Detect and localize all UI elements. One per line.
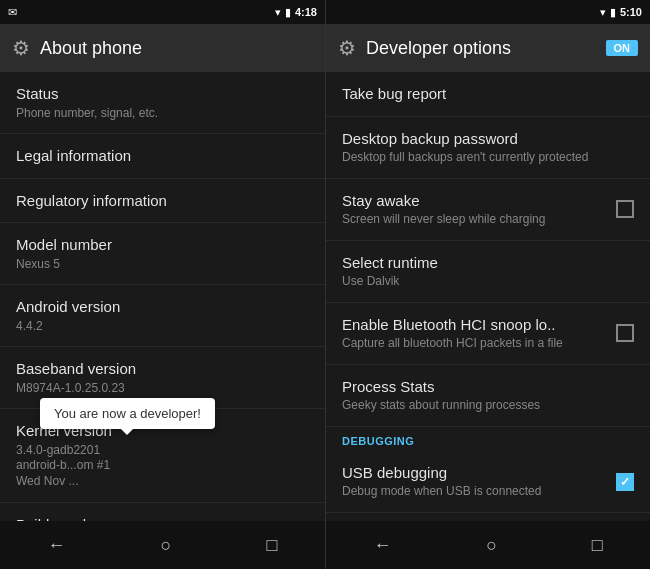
- stay-awake-checkbox[interactable]: [616, 200, 634, 218]
- list-item-android[interactable]: Android version 4.4.2: [0, 285, 325, 347]
- list-item-bug-report[interactable]: Take bug report: [326, 72, 650, 117]
- battery-icon-right: ▮: [610, 6, 616, 19]
- status-bar-right: ▾ ▮ 5:10: [326, 0, 650, 24]
- item-subtitle-model: Nexus 5: [16, 257, 309, 273]
- item-subtitle-baseband: M8974A-1.0.25.0.23: [16, 381, 309, 397]
- email-icon: ✉: [8, 6, 17, 19]
- developer-tooltip: You are now a developer!: [40, 398, 215, 429]
- item-subtitle-bluetooth-snoop: Capture all bluetooth HCI packets in a f…: [342, 336, 608, 352]
- on-toggle[interactable]: ON: [606, 40, 639, 56]
- item-title-baseband: Baseband version: [16, 359, 309, 379]
- item-title-status: Status: [16, 84, 309, 104]
- item-subtitle-backup-password: Desktop full backups aren't currently pr…: [342, 150, 634, 166]
- list-item-status[interactable]: Status Phone number, signal, etc.: [0, 72, 325, 134]
- item-title-runtime: Select runtime: [342, 253, 634, 273]
- item-subtitle-kernel: 3.4.0-gadb2201android-b...om #1Wed Nov .…: [16, 443, 309, 490]
- page-title-left: About phone: [40, 38, 142, 59]
- list-item-usb-debugging[interactable]: USB debugging Debug mode when USB is con…: [326, 451, 650, 513]
- nav-bar-left: ← ○ □: [0, 521, 325, 569]
- item-title-android: Android version: [16, 297, 309, 317]
- list-item-build[interactable]: Build number KOT49H: [0, 503, 325, 521]
- settings-icon: ⚙: [12, 36, 30, 60]
- list-item-backup-password[interactable]: Desktop backup password Desktop full bac…: [326, 117, 650, 179]
- back-button-left[interactable]: ←: [28, 527, 86, 564]
- back-button-right[interactable]: ←: [353, 527, 411, 564]
- item-title-bluetooth-snoop: Enable Bluetooth HCI snoop lo..: [342, 315, 608, 335]
- list-item-bluetooth-snoop[interactable]: Enable Bluetooth HCI snoop lo.. Capture …: [326, 303, 650, 365]
- item-subtitle-stay-awake: Screen will never sleep while charging: [342, 212, 608, 228]
- left-panel: ✉ ▾ ▮ 4:18 ⚙ About phone Status Phone nu…: [0, 0, 325, 569]
- item-subtitle-status: Phone number, signal, etc.: [16, 106, 309, 122]
- bluetooth-snoop-content: Enable Bluetooth HCI snoop lo.. Capture …: [342, 315, 608, 352]
- item-subtitle-runtime: Use Dalvik: [342, 274, 634, 290]
- list-item-legal[interactable]: Legal information: [0, 134, 325, 179]
- recents-button-right[interactable]: □: [572, 527, 623, 564]
- item-title-bug-report: Take bug report: [342, 84, 634, 104]
- wifi-icon-right: ▾: [600, 6, 606, 19]
- item-subtitle-process-stats: Geeky stats about running processes: [342, 398, 634, 414]
- list-item-regulatory[interactable]: Regulatory information: [0, 179, 325, 224]
- list-item-runtime[interactable]: Select runtime Use Dalvik: [326, 241, 650, 303]
- item-title-backup-password: Desktop backup password: [342, 129, 634, 149]
- list-item-process-stats[interactable]: Process Stats Geeky stats about running …: [326, 365, 650, 427]
- item-subtitle-android: 4.4.2: [16, 319, 309, 335]
- status-bar-left: ✉ ▾ ▮ 4:18: [0, 0, 325, 24]
- content-right: Take bug report Desktop backup password …: [326, 72, 650, 521]
- time-right: 5:10: [620, 6, 642, 18]
- item-title-usb-debugging: USB debugging: [342, 463, 608, 483]
- item-title-regulatory: Regulatory information: [16, 191, 309, 211]
- usb-debugging-content: USB debugging Debug mode when USB is con…: [342, 463, 608, 500]
- home-button-right[interactable]: ○: [466, 527, 517, 564]
- home-button-left[interactable]: ○: [141, 527, 192, 564]
- list-item-model[interactable]: Model number Nexus 5: [0, 223, 325, 285]
- item-subtitle-usb-debugging: Debug mode when USB is connected: [342, 484, 608, 500]
- list-item-stay-awake[interactable]: Stay awake Screen will never sleep while…: [326, 179, 650, 241]
- item-title-process-stats: Process Stats: [342, 377, 634, 397]
- wifi-icon-left: ▾: [275, 6, 281, 19]
- item-title-legal: Legal information: [16, 146, 309, 166]
- stay-awake-content: Stay awake Screen will never sleep while…: [342, 191, 608, 228]
- dev-options-icon: ⚙: [338, 36, 356, 60]
- page-title-right: Developer options: [366, 38, 511, 59]
- right-panel: ▾ ▮ 5:10 ⚙ Developer options ON Take bug…: [325, 0, 650, 569]
- usb-debugging-checkbox[interactable]: [616, 473, 634, 491]
- bluetooth-snoop-checkbox[interactable]: [616, 324, 634, 342]
- content-left: Status Phone number, signal, etc. Legal …: [0, 72, 325, 521]
- recents-button-left[interactable]: □: [247, 527, 298, 564]
- item-title-stay-awake: Stay awake: [342, 191, 608, 211]
- nav-bar-right: ← ○ □: [326, 521, 650, 569]
- title-bar-right: ⚙ Developer options ON: [326, 24, 650, 72]
- time-left: 4:18: [295, 6, 317, 18]
- title-bar-left: ⚙ About phone: [0, 24, 325, 72]
- item-title-model: Model number: [16, 235, 309, 255]
- debugging-section-header: DEBUGGING: [326, 427, 650, 451]
- battery-icon-left: ▮: [285, 6, 291, 19]
